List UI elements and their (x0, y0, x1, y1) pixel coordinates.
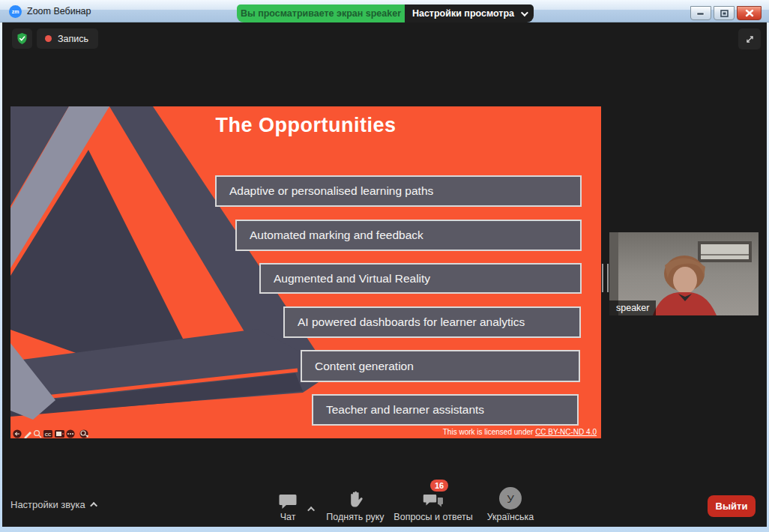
viewing-screen-notice: Вы просматриваете экран speaker (237, 4, 405, 22)
meeting-stage: Запись The Opportunities Adaptive or per… (2, 22, 767, 527)
more-icon (67, 433, 73, 435)
chat-label: Чат (280, 512, 296, 522)
pen-icon (24, 432, 31, 438)
close-button[interactable] (737, 6, 762, 20)
maximize-icon (720, 10, 729, 17)
opportunity-text: Teacher and learner assistants (326, 403, 484, 417)
audio-settings-label: Настройки звука (10, 499, 85, 510)
opportunity-text: AI powered dashboards for learner analyt… (298, 315, 525, 329)
screen-share-banner: Вы просматриваете экран speaker Настройк… (237, 4, 534, 22)
view-settings-label: Настройки просмотра (412, 8, 514, 19)
chat-icon (279, 493, 297, 510)
opportunity-box: Automated marking and feedback (235, 220, 582, 251)
opportunity-box: Adaptive or personalised learning paths (215, 175, 582, 207)
panel-drag-handle[interactable] (602, 264, 609, 292)
language-avatar: У (499, 487, 522, 510)
minimize-button[interactable] (690, 6, 711, 20)
license-link: CC BY-NC-ND 4.0 (535, 428, 597, 436)
view-settings-dropdown[interactable]: Настройки просмотра (405, 4, 534, 22)
minimize-icon (696, 10, 705, 16)
raise-hand-button[interactable]: Поднять руку (314, 487, 396, 522)
chevron-down-icon (521, 9, 528, 16)
bottom-toolbar: Настройки звука Чат Поднять руку (2, 484, 767, 527)
opportunity-box: AI powered dashboards for learner analyt… (283, 306, 581, 338)
raise-hand-label: Поднять руку (326, 512, 384, 522)
opportunity-text: Automated marking and feedback (250, 229, 423, 242)
slide-title: The Opportunities (10, 114, 601, 137)
opportunity-box: Content generation (301, 350, 580, 382)
fullscreen-icon (744, 33, 756, 46)
qa-bubbles-icon (423, 492, 444, 510)
qa-button[interactable]: 16 Вопросы и ответы (392, 487, 474, 522)
close-icon (745, 9, 754, 17)
record-dot-icon (45, 35, 52, 42)
window-title: Zoom Вебинар (27, 6, 91, 16)
recording-indicator: Запись (37, 28, 98, 49)
qa-label: Вопросы и ответы (393, 512, 472, 522)
shield-icon (16, 32, 28, 45)
opportunity-box: Augmented and Virtual Reality (259, 263, 582, 294)
audio-settings-button[interactable]: Настройки звука (10, 499, 97, 510)
leave-label: Выйти (716, 501, 748, 512)
viewing-screen-text: Вы просматриваете экран speaker (241, 8, 401, 19)
language-channel-button[interactable]: У Українська (469, 487, 552, 522)
language-label: Українська (487, 512, 534, 522)
license-text: This work is licensed under (443, 428, 535, 436)
qa-count-badge: 16 (430, 480, 448, 492)
zoom-logo-icon: zm (9, 5, 22, 18)
presenter-controls-strip: CC (12, 429, 94, 438)
magnifier-icon (34, 431, 41, 438)
opportunity-box: Teacher and learner assistants (312, 394, 579, 426)
opportunity-text: Augmented and Virtual Reality (274, 272, 430, 285)
record-label: Запись (58, 34, 88, 44)
opportunity-text: Content generation (315, 360, 414, 373)
raised-hand-icon (348, 490, 364, 510)
shared-screen-slide: The Opportunities Adaptive or personalis… (10, 106, 601, 438)
fullscreen-button[interactable] (738, 28, 761, 49)
zoom-webinar-window: zm Zoom Вебинар Вы просматриваете экран … (0, 0, 769, 532)
cc-icon: CC (45, 432, 52, 437)
license-line: This work is licensed under CC BY-NC-ND … (443, 428, 597, 436)
speaker-video-tile[interactable]: speaker (609, 232, 759, 315)
leave-button[interactable]: Выйти (708, 495, 756, 517)
security-shield-button[interactable] (12, 28, 32, 49)
chevron-up-icon (90, 502, 97, 510)
participant-name-label: speaker (609, 300, 656, 315)
opportunity-text: Adaptive or personalised learning paths (229, 184, 433, 198)
maximize-button[interactable] (714, 6, 735, 20)
